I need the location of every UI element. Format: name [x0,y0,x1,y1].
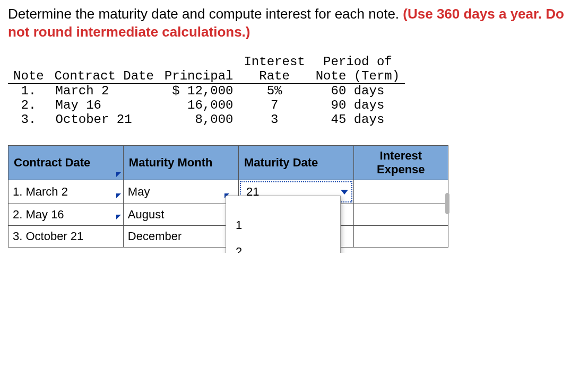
note-principal: 8,000 [159,112,239,127]
note-term: 90 days [310,98,405,112]
note-contract-date: May 16 [49,98,159,112]
note-num: 2. [8,98,49,112]
chevron-down-icon [341,190,348,195]
header-period-l1: Period of [310,55,405,69]
dropdown-option[interactable]: 2 [226,238,340,253]
note-contract-date: October 21 [49,112,159,127]
interest-expense-input[interactable] [353,226,448,248]
maturity-month-select[interactable]: May [123,180,238,204]
note-rate: 5% [238,83,310,98]
note-rate: 3 [238,112,310,127]
answer-contract-date: 2. May 16 [8,204,124,226]
dropdown-indicator-icon [116,193,121,198]
header-contract-date: Contract Date [49,69,159,84]
scrollbar-thumb[interactable] [445,193,449,214]
header-principal: Principal [159,69,239,84]
dropdown-blank-option[interactable] [226,196,340,212]
answer-contract-date: 1. March 2 [8,180,124,204]
header-period-l2: Note (Term) [310,69,405,84]
maturity-month-select[interactable]: December [123,226,238,248]
header-maturity-month: Maturity Month [123,145,238,180]
dropdown-indicator-icon [116,172,121,177]
note-term: 60 days [310,83,405,98]
header-ie-l1: Interest [380,149,422,162]
table-row: 2. May 16 16,000 7 90 days [8,98,405,112]
note-term: 45 days [310,112,405,127]
maturity-month-select[interactable]: August [123,204,238,226]
note-principal: $ 12,000 [159,83,239,98]
answer-area: Contract Date Maturity Month Maturity Da… [8,145,448,248]
note-num: 1. [8,83,49,98]
note-contract-date: March 2 [49,83,159,98]
header-interest-l2: Rate [238,69,310,84]
answer-contract-date: 3. October 21 [8,226,124,248]
header-note: Note [8,69,49,84]
instruction-text: Determine the maturity date and compute … [8,5,580,41]
table-row: 3. October 21 8,000 3 45 days [8,112,405,127]
header-contract-date: Contract Date [8,145,124,180]
table-row: 1. March 2 $ 12,000 5% 60 days [8,83,405,98]
maturity-date-dropdown-list[interactable]: 1 2 3 4 [226,196,341,253]
notes-data-table: Interest Period of Note Contract Date Pr… [8,55,405,127]
header-maturity-date: Maturity Date [238,145,353,180]
interest-expense-input[interactable] [353,204,448,226]
interest-expense-input[interactable] [353,180,448,204]
header-ie-l2: Expense [377,163,425,176]
note-principal: 16,000 [159,98,239,112]
header-interest-l1: Interest [238,55,310,69]
note-rate: 7 [238,98,310,112]
dropdown-option[interactable]: 1 [226,212,340,238]
header-interest-expense: Interest Expense [353,145,448,180]
note-num: 3. [8,112,49,127]
instruction-prefix: Determine the maturity date and compute … [8,6,403,22]
dropdown-indicator-icon [116,215,121,219]
